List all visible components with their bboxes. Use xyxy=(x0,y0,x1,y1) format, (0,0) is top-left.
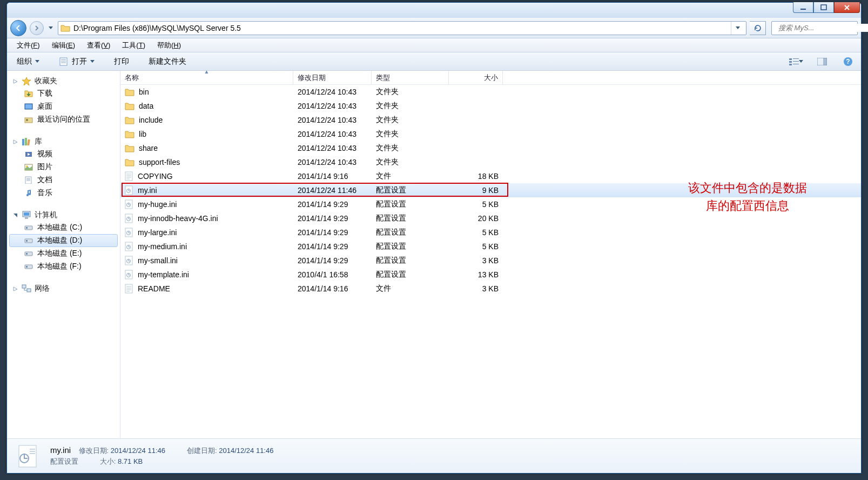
libraries-icon xyxy=(22,137,31,146)
menu-tools[interactable]: 工具(T) xyxy=(117,39,151,52)
file-row[interactable]: support-files2014/12/24 10:43文件夹 xyxy=(120,155,861,169)
sort-indicator-icon: ▲ xyxy=(204,69,210,75)
forward-button[interactable] xyxy=(30,21,44,35)
column-name[interactable]: 名称▲ xyxy=(120,71,293,85)
column-headers: 名称▲ 修改日期 类型 大小 xyxy=(120,71,861,85)
favorites-header[interactable]: 收藏夹 xyxy=(9,75,118,87)
menu-bar: 文件(F) 编辑(E) 查看(V) 工具(T) 帮助(H) xyxy=(7,38,861,52)
svg-rect-26 xyxy=(24,212,29,216)
svg-rect-8 xyxy=(789,64,792,65)
nav-item[interactable]: 文档 xyxy=(9,174,118,186)
favorites-group: 收藏夹 下载桌面最近访问的位置 xyxy=(9,75,118,126)
svg-rect-38 xyxy=(125,172,132,181)
history-dropdown[interactable] xyxy=(47,21,55,35)
help-button[interactable]: ? xyxy=(840,55,856,68)
nav-item[interactable]: 视频 xyxy=(9,148,118,161)
svg-text:?: ? xyxy=(846,58,850,65)
details-pane: my.ini 修改日期: 2014/12/24 11:46 创建日期: 2014… xyxy=(7,438,861,473)
file-row[interactable]: README2014/1/14 9:16文件3 KB xyxy=(120,282,861,296)
menu-help[interactable]: 帮助(H) xyxy=(152,39,186,52)
svg-rect-35 xyxy=(26,266,28,268)
address-dropdown[interactable] xyxy=(731,22,744,35)
notepad-icon xyxy=(59,57,69,66)
svg-rect-15 xyxy=(25,104,32,109)
svg-rect-5 xyxy=(793,58,799,59)
nav-bar xyxy=(7,18,861,38)
address-input[interactable] xyxy=(73,24,728,32)
file-row[interactable]: bin2014/12/24 10:43文件夹 xyxy=(120,85,861,99)
svg-rect-36 xyxy=(22,285,26,288)
explorer-window: 文件(F) 编辑(E) 查看(V) 工具(T) 帮助(H) 组织 打开 打印 新… xyxy=(6,2,862,474)
computer-icon xyxy=(22,211,31,219)
star-icon xyxy=(22,77,31,85)
svg-rect-11 xyxy=(823,58,827,65)
svg-point-17 xyxy=(26,119,28,121)
print-button[interactable]: 打印 xyxy=(110,55,133,68)
svg-rect-58 xyxy=(30,453,35,454)
nav-item[interactable]: 桌面 xyxy=(9,100,118,113)
file-row[interactable]: data2014/12/24 10:43文件夹 xyxy=(120,99,861,113)
toolbar: 组织 打开 打印 新建文件夹 ? xyxy=(7,52,861,71)
refresh-button[interactable] xyxy=(750,21,766,35)
file-list-area: 名称▲ 修改日期 类型 大小 bin2014/12/24 10:43文件夹dat… xyxy=(120,71,861,438)
menu-view[interactable]: 查看(V) xyxy=(82,39,116,52)
preview-pane-button[interactable] xyxy=(815,55,830,68)
column-date[interactable]: 修改日期 xyxy=(293,71,372,85)
folder-icon xyxy=(60,24,70,32)
nav-item[interactable]: 本地磁盘 (E:) xyxy=(9,247,118,260)
file-row[interactable]: my-medium.ini2014/1/14 9:29配置设置5 KB xyxy=(120,239,861,254)
file-row[interactable]: lib2014/12/24 10:43文件夹 xyxy=(120,127,861,141)
new-folder-button[interactable]: 新建文件夹 xyxy=(144,55,191,68)
network-icon xyxy=(22,284,31,293)
close-button[interactable] xyxy=(834,2,860,13)
navigation-pane: 收藏夹 下载桌面最近访问的位置 库 视频图片文档音乐 计算机 本地磁盘 ( xyxy=(7,71,120,438)
nav-item[interactable]: 最近访问的位置 xyxy=(9,113,118,126)
svg-rect-4 xyxy=(789,58,792,60)
network-header[interactable]: 网络 xyxy=(9,283,118,295)
nav-item[interactable]: 本地磁盘 (F:) xyxy=(9,260,118,273)
svg-rect-37 xyxy=(27,289,31,292)
address-bar[interactable] xyxy=(58,21,746,35)
menu-file[interactable]: 文件(F) xyxy=(11,39,45,52)
file-row[interactable]: my-template.ini2010/4/1 16:58配置设置13 KB xyxy=(120,268,861,282)
svg-rect-0 xyxy=(800,9,806,10)
nav-item[interactable]: 下载 xyxy=(9,87,118,100)
column-size[interactable]: 大小 xyxy=(449,71,503,85)
file-row[interactable]: my-small.ini2014/1/14 9:29配置设置3 KB xyxy=(120,254,861,268)
network-group: 网络 xyxy=(9,283,118,295)
open-button[interactable]: 打开 xyxy=(55,55,99,68)
svg-rect-56 xyxy=(30,449,35,450)
computer-header[interactable]: 计算机 xyxy=(9,209,118,221)
libraries-group: 库 视频图片文档音乐 xyxy=(9,136,118,199)
nav-item[interactable]: 图片 xyxy=(9,161,118,174)
column-type[interactable]: 类型 xyxy=(372,71,449,85)
svg-rect-18 xyxy=(22,139,24,145)
nav-item[interactable]: 本地磁盘 (D:) xyxy=(9,234,118,247)
svg-rect-19 xyxy=(25,138,27,145)
view-options-button[interactable] xyxy=(789,55,804,68)
back-button[interactable] xyxy=(10,20,26,36)
svg-rect-53 xyxy=(125,284,132,293)
svg-rect-27 xyxy=(25,217,28,219)
search-box[interactable] xyxy=(771,21,858,35)
libraries-header[interactable]: 库 xyxy=(9,136,118,148)
file-list[interactable]: bin2014/12/24 10:43文件夹data2014/12/24 10:… xyxy=(120,85,861,438)
nav-item[interactable]: 本地磁盘 (C:) xyxy=(9,221,118,234)
details-filetype: 配置设置 xyxy=(50,457,78,465)
file-row[interactable]: include2014/12/24 10:43文件夹 xyxy=(120,113,861,127)
menu-edit[interactable]: 编辑(E) xyxy=(46,39,80,52)
svg-rect-20 xyxy=(27,139,30,145)
svg-rect-33 xyxy=(26,253,28,255)
maximize-button[interactable] xyxy=(813,2,834,13)
organize-button[interactable]: 组织 xyxy=(12,55,44,68)
details-filename: my.ini xyxy=(50,445,71,455)
file-row[interactable]: my-large.ini2014/1/14 9:29配置设置5 KB xyxy=(120,225,861,239)
file-row[interactable]: share2014/12/24 10:43文件夹 xyxy=(120,141,861,155)
search-input[interactable] xyxy=(778,24,868,32)
file-thumbnail-icon xyxy=(15,443,41,469)
minimize-button[interactable] xyxy=(793,2,813,13)
computer-group: 计算机 本地磁盘 (C:)本地磁盘 (D:)本地磁盘 (E:)本地磁盘 (F:) xyxy=(9,209,118,273)
svg-rect-6 xyxy=(789,61,792,63)
svg-rect-31 xyxy=(26,240,28,242)
nav-item[interactable]: 音乐 xyxy=(9,186,118,199)
